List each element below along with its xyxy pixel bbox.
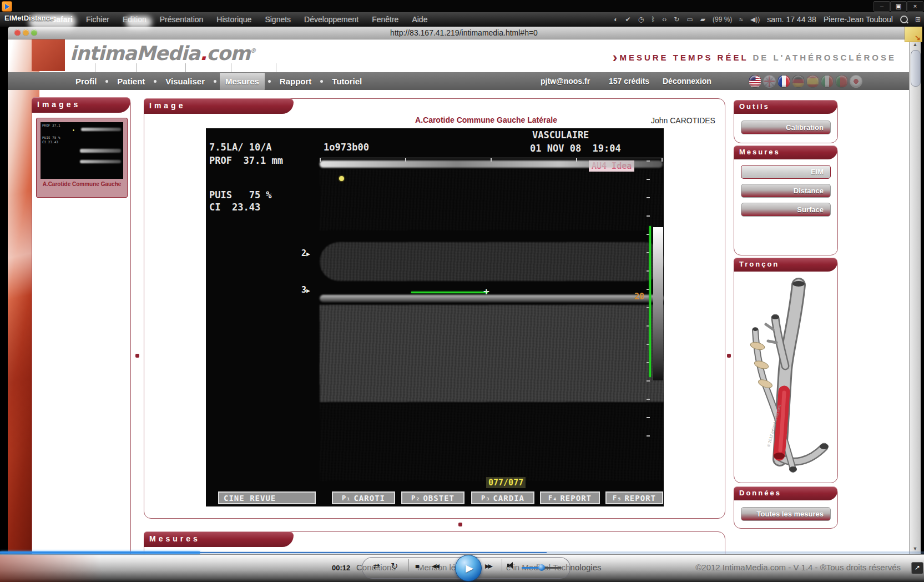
flag-pt-icon[interactable] <box>835 75 848 88</box>
volume-menu-icon[interactable]: ◀)) <box>750 16 760 23</box>
menubar-user[interactable]: Pierre-Jean Touboul <box>824 15 893 24</box>
repeat-icon[interactable]: ↻ <box>391 561 398 571</box>
flag-fr-icon[interactable] <box>777 75 790 88</box>
troncon-panel: Tronçon <box>734 258 838 483</box>
image-panel-header: Image <box>144 98 294 114</box>
player-bar: Conditions Mention légale e in Medical T… <box>0 554 924 582</box>
menu-signets[interactable]: Signets <box>265 15 291 24</box>
image-thumbnail[interactable]: PROF 37.1 PUIS 75 % CI 23.43 <box>41 122 123 179</box>
distance-button[interactable]: Distance <box>741 184 831 198</box>
menu-fenetre[interactable]: Fenêtre <box>372 15 398 24</box>
images-panel: Images PROF 37.1 PUIS 75 % CI 23.43 A.Ca… <box>32 97 131 554</box>
image-thumbnail-card[interactable]: PROF 37.1 PUIS 75 % CI 23.43 A.Carotide … <box>36 118 128 198</box>
softkey-cine-revue[interactable]: CINE REVUE <box>218 491 316 504</box>
menubar-clock[interactable]: sam. 17 44 38 <box>767 15 816 24</box>
nav-tutoriel[interactable]: Tutoriel <box>326 73 367 90</box>
panel-resize-handle[interactable] <box>135 354 139 358</box>
nav-bullet <box>105 80 108 83</box>
flag-es-icon[interactable] <box>806 75 819 88</box>
flag-it-icon[interactable] <box>821 75 834 88</box>
us-power: PUIS 75 % <box>209 189 272 200</box>
script-icon[interactable]: ‹› <box>662 16 667 23</box>
flag-de-icon[interactable] <box>792 75 805 88</box>
previous-icon[interactable]: ◀◀ <box>432 563 438 570</box>
outils-header: Outils <box>734 100 837 114</box>
scrollbar-thumb[interactable] <box>911 50 921 87</box>
spotlight-icon[interactable] <box>900 16 908 23</box>
wifi-icon[interactable]: ≈ <box>739 16 743 23</box>
menu-developpement[interactable]: Développement <box>304 15 359 24</box>
site-logo[interactable]: intimaMedia.com® <box>70 42 256 64</box>
us-speckle <box>320 169 663 230</box>
credits-badge: 157 crédits <box>609 72 649 90</box>
nav-rapport[interactable]: Rapport <box>274 73 317 90</box>
nav-mesures[interactable]: Mesures <box>220 73 265 90</box>
eim-button[interactable]: EIM <box>741 165 831 179</box>
us-depth: PROF 37.1 mm <box>209 155 283 166</box>
display-icon[interactable]: ▭ <box>686 16 693 23</box>
menu-aide[interactable]: Aide <box>412 15 427 24</box>
nav-profil[interactable]: Profil <box>70 73 102 90</box>
us-deep-speckle <box>320 403 664 481</box>
calibration-button[interactable]: Calibration <box>741 121 831 134</box>
softkey-caroti[interactable]: P₁CAROTI <box>332 491 395 504</box>
image-caption: A.Carotide Commune Gauche Latérale <box>408 116 564 124</box>
menu-historique[interactable]: Historique <box>216 15 251 24</box>
restore-button[interactable]: ▣ <box>890 1 907 12</box>
chevron-icon: › <box>613 49 618 66</box>
softkey-report-1[interactable]: F₄REPORT <box>540 491 600 504</box>
measurement-cursor[interactable]: + <box>483 285 489 297</box>
menu-presentation[interactable]: Présentation <box>160 15 204 24</box>
fullscreen-button[interactable]: ↗ <box>911 562 923 574</box>
check-icon[interactable]: ✔ <box>625 16 631 23</box>
menu-fichier[interactable]: Fichier <box>86 15 109 24</box>
images-panel-header: Images <box>32 97 130 113</box>
volume-icon[interactable] <box>507 561 516 569</box>
moon-icon[interactable]: ◐ <box>614 16 618 23</box>
logout-link[interactable]: Déconnexion <box>663 72 711 90</box>
artery-diagram[interactable]: © 2012 IntimaMedia.com <box>736 274 835 480</box>
nav-patient[interactable]: Patient <box>112 73 150 90</box>
seek-bar[interactable] <box>0 551 924 554</box>
play-button[interactable]: ▶ <box>455 555 482 581</box>
volume-slider[interactable] <box>522 567 562 569</box>
close-button[interactable]: × <box>907 1 923 12</box>
us-mode: VASCULAIRE <box>532 129 589 141</box>
volume-knob[interactable] <box>538 564 545 571</box>
url-bar[interactable]: http://83.167.41.219/intimamedia.html#h=… <box>8 28 920 37</box>
softkey-report-2[interactable]: F₅REPORT <box>605 491 663 504</box>
flag-us-icon[interactable] <box>749 75 761 88</box>
us-yellow-marker <box>339 176 344 181</box>
minimize-button[interactable]: – <box>873 1 890 12</box>
next-icon[interactable]: ▶▶ <box>485 563 491 570</box>
grid-icon[interactable]: ⊞ <box>915 16 921 23</box>
thumb-streak <box>81 128 121 131</box>
browser-scrollbar[interactable]: ▲ ▼ <box>909 39 921 554</box>
ultrasound-image[interactable]: VASCULAIRE 01 NOV 08 19:04 7.5LA/ 10/A 1… <box>206 128 664 507</box>
softkey-obstet[interactable]: P₂OBSTET <box>401 491 464 504</box>
softkey-cardia[interactable]: P₃CARDIA <box>471 491 534 504</box>
nav-divider-tick <box>276 63 276 72</box>
flag-gb-icon[interactable] <box>763 75 776 88</box>
donnees-panel: Données Toutes les mesures <box>734 486 838 529</box>
nav-divider-tick <box>185 63 186 72</box>
panel-resize-handle[interactable] <box>458 523 462 526</box>
measurement-line[interactable] <box>411 292 488 293</box>
shuffle-icon[interactable]: ⇄ <box>373 561 380 571</box>
pill-divider <box>408 559 409 571</box>
bottom-mesures-panel: Mesures <box>144 531 725 554</box>
surface-button[interactable]: Surface <box>741 203 831 217</box>
play-glyph: ▶ <box>466 562 473 574</box>
nav-visualiser[interactable]: Visualiser <box>160 73 210 90</box>
battery-icon[interactable]: ▰ <box>700 16 705 23</box>
sync-icon[interactable]: ↻ <box>674 16 679 23</box>
bluetooth-icon[interactable]: ᛒ <box>651 16 655 23</box>
flag-jp-icon[interactable] <box>850 75 862 88</box>
stop-icon[interactable]: ■ <box>415 562 420 570</box>
all-measures-button[interactable]: Toutes les mesures <box>741 507 831 521</box>
panel-resize-handle[interactable] <box>727 354 731 358</box>
us-probe: 7.5LA/ 10/A <box>209 142 272 153</box>
bottom-mesures-header: Mesures <box>144 531 294 547</box>
depth-scale-line <box>649 226 651 377</box>
time-machine-icon[interactable]: ◷ <box>638 16 644 23</box>
